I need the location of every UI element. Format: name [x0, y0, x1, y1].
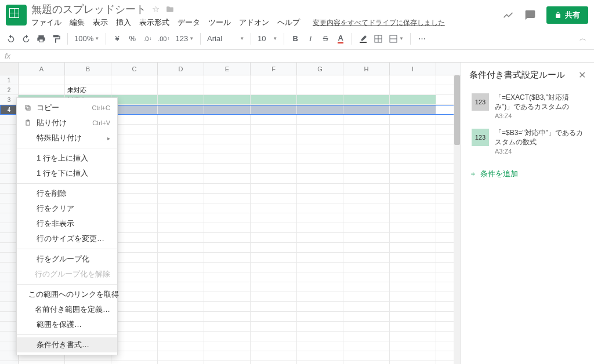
cell[interactable]	[251, 174, 297, 183]
cell[interactable]	[111, 85, 158, 94]
col-header[interactable]: A	[19, 63, 65, 75]
cell[interactable]	[343, 164, 390, 173]
cell[interactable]	[158, 243, 204, 252]
cell[interactable]	[204, 125, 251, 134]
cell[interactable]	[158, 105, 204, 114]
number-format-select[interactable]: 123▼	[173, 31, 195, 46]
cell[interactable]	[343, 174, 390, 183]
cell[interactable]	[204, 243, 251, 252]
close-icon[interactable]: ✕	[578, 70, 586, 81]
cell[interactable]	[297, 134, 343, 144]
cell[interactable]	[158, 174, 204, 183]
cell[interactable]	[390, 95, 436, 104]
cell[interactable]	[297, 322, 343, 331]
cell[interactable]	[297, 361, 343, 364]
cell[interactable]	[158, 361, 204, 364]
cell[interactable]	[251, 253, 297, 262]
cell[interactable]	[297, 351, 343, 361]
cell[interactable]	[297, 332, 343, 341]
cell[interactable]	[251, 194, 297, 203]
cell[interactable]	[390, 272, 436, 282]
cell[interactable]	[390, 292, 436, 301]
cell[interactable]	[158, 282, 204, 292]
cell[interactable]	[297, 292, 343, 301]
cell[interactable]	[204, 233, 251, 242]
cell[interactable]	[343, 332, 390, 341]
cell[interactable]	[390, 233, 436, 242]
cell[interactable]	[297, 75, 343, 85]
cell[interactable]	[111, 322, 158, 331]
ctx-delete-row[interactable]: 行を削除	[17, 186, 117, 201]
cell[interactable]	[251, 105, 297, 114]
cell[interactable]	[204, 341, 251, 351]
cell[interactable]	[251, 282, 297, 292]
table-row[interactable]: 1	[0, 75, 461, 85]
borders-button[interactable]	[372, 31, 385, 46]
cell[interactable]	[251, 184, 297, 193]
cell[interactable]	[343, 115, 390, 124]
cell[interactable]	[251, 292, 297, 301]
menu-data[interactable]: データ	[178, 17, 200, 28]
cell[interactable]	[343, 361, 390, 364]
cell[interactable]	[158, 272, 204, 282]
col-header[interactable]: I	[390, 63, 436, 75]
cell[interactable]	[251, 154, 297, 163]
menu-edit[interactable]: 編集	[70, 17, 85, 28]
cell[interactable]	[111, 154, 158, 163]
zoom-select[interactable]: 100%▼	[73, 31, 101, 46]
cell[interactable]	[204, 223, 251, 232]
percent-button[interactable]: %	[126, 31, 139, 46]
cell[interactable]	[297, 282, 343, 292]
ctx-copy[interactable]: コピー Ctrl+C	[17, 100, 117, 115]
cell[interactable]	[343, 125, 390, 134]
cell[interactable]	[111, 174, 158, 183]
cell[interactable]	[390, 213, 436, 223]
col-header[interactable]: E	[204, 63, 251, 75]
cell[interactable]	[204, 184, 251, 193]
cell[interactable]	[297, 233, 343, 242]
add-rule-button[interactable]: ＋ 条件を追加	[469, 169, 586, 179]
save-status[interactable]: 変更内容をすべてドライブに保存しました	[313, 18, 445, 28]
undo-button[interactable]	[5, 31, 17, 46]
ctx-group-rows[interactable]: 行をグループ化	[17, 252, 117, 267]
cell[interactable]	[204, 263, 251, 272]
cell[interactable]	[390, 164, 436, 173]
ctx-define-named[interactable]: 名前付き範囲を定義…	[17, 302, 117, 317]
cell[interactable]	[158, 233, 204, 242]
ctx-resize-row[interactable]: 行のサイズを変更…	[17, 231, 117, 246]
paint-format-button[interactable]	[50, 31, 63, 46]
cell[interactable]	[251, 85, 297, 94]
cell[interactable]	[204, 332, 251, 341]
fill-color-button[interactable]	[357, 31, 370, 46]
bold-button[interactable]: B	[289, 31, 302, 46]
cell[interactable]	[343, 154, 390, 163]
cell[interactable]	[251, 115, 297, 124]
cell[interactable]	[158, 115, 204, 124]
cell[interactable]	[204, 282, 251, 292]
cell[interactable]	[390, 322, 436, 331]
cell[interactable]	[343, 312, 390, 321]
cell[interactable]	[111, 253, 158, 262]
cell[interactable]	[297, 174, 343, 183]
cell[interactable]	[158, 292, 204, 301]
row-header[interactable]: 1	[0, 75, 19, 85]
col-header[interactable]: D	[158, 63, 204, 75]
table-row[interactable]	[0, 361, 461, 364]
cell[interactable]	[297, 144, 343, 154]
redo-button[interactable]	[20, 31, 32, 46]
cell[interactable]	[251, 302, 297, 311]
cell[interactable]	[204, 194, 251, 203]
cell[interactable]	[390, 243, 436, 252]
cell[interactable]	[111, 332, 158, 341]
merge-button[interactable]: ▼	[387, 31, 405, 46]
cell[interactable]	[251, 213, 297, 223]
cell[interactable]	[343, 341, 390, 351]
menu-format[interactable]: 表示形式	[139, 17, 169, 28]
cell[interactable]	[251, 203, 297, 213]
cell[interactable]	[251, 75, 297, 85]
cell[interactable]	[297, 223, 343, 232]
menu-addons[interactable]: アドオン	[239, 17, 269, 28]
cell[interactable]	[297, 253, 343, 262]
folder-icon[interactable]	[165, 5, 175, 13]
cell[interactable]	[251, 164, 297, 173]
